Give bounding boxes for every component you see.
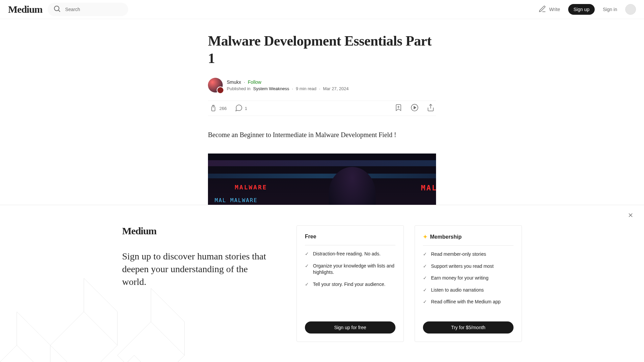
membership-plan-card: ✦ Membership ✓Read member-only stories ✓… bbox=[415, 225, 522, 342]
membership-features-list: ✓Read member-only stories ✓Support write… bbox=[423, 251, 514, 305]
write-link[interactable]: Write bbox=[538, 5, 560, 14]
signup-button[interactable]: Sign up bbox=[568, 4, 595, 15]
feature-text: Distraction-free reading. No ads. bbox=[313, 251, 381, 257]
signin-link[interactable]: Sign in bbox=[603, 7, 617, 12]
free-plan-card: Free ✓Distraction-free reading. No ads. … bbox=[297, 225, 404, 342]
separator-dot: · bbox=[319, 86, 320, 91]
separator-dot: · bbox=[292, 86, 293, 91]
check-icon: ✓ bbox=[305, 251, 309, 257]
bookmark-button[interactable] bbox=[394, 104, 402, 113]
feature-text: Support writers you read most bbox=[431, 263, 494, 270]
list-item: ✓Organize your knowledge with lists and … bbox=[305, 263, 395, 276]
free-card-title: Free bbox=[305, 234, 395, 245]
header-right: Write Sign up Sign in bbox=[538, 4, 636, 15]
list-item: ✓Read member-only stories bbox=[423, 251, 514, 258]
star-icon: ✦ bbox=[423, 234, 427, 240]
list-item: ✓Distraction-free reading. No ads. bbox=[305, 251, 395, 257]
signup-promo: Medium Sign up to discover human stories… bbox=[0, 205, 644, 362]
clap-icon bbox=[209, 104, 217, 113]
signup-free-button[interactable]: Sign up for free bbox=[305, 321, 395, 334]
share-button[interactable] bbox=[427, 104, 435, 113]
feature-text: Read offline with the Medium app bbox=[431, 299, 501, 305]
list-item: ✓Read offline with the Medium app bbox=[423, 299, 514, 305]
check-icon: ✓ bbox=[423, 287, 427, 294]
header-left: Medium bbox=[8, 3, 128, 16]
promo-medium-logo: Medium bbox=[122, 225, 270, 237]
free-features-list: ✓Distraction-free reading. No ads. ✓Orga… bbox=[305, 251, 395, 305]
publication-name[interactable]: System Weakness bbox=[253, 86, 289, 91]
feature-text: Tell your story. Find your audience. bbox=[313, 281, 385, 288]
read-time: 9 min read bbox=[296, 86, 316, 91]
check-icon: ✓ bbox=[305, 281, 309, 288]
list-item: ✓Listen to audio narrations bbox=[423, 287, 514, 294]
check-icon: ✓ bbox=[423, 275, 427, 282]
check-icon: ✓ bbox=[305, 263, 309, 276]
list-item: ✓Earn money for your writing bbox=[423, 275, 514, 282]
svg-point-0 bbox=[54, 6, 59, 11]
clap-button[interactable]: 266 bbox=[209, 104, 227, 113]
hero-decoration bbox=[208, 174, 436, 178]
article: Malware Development Essentials Part 1 Sm… bbox=[208, 19, 436, 221]
promo-left: Medium Sign up to discover human stories… bbox=[122, 225, 270, 288]
check-icon: ✓ bbox=[423, 263, 427, 270]
hero-text-malware-crop: MALW bbox=[421, 184, 436, 192]
feature-text: Listen to audio narrations bbox=[431, 287, 484, 294]
promo-tagline: Sign up to discover human stories that d… bbox=[122, 250, 270, 288]
publish-date: Mar 27, 2024 bbox=[323, 86, 349, 91]
user-avatar[interactable] bbox=[625, 4, 636, 15]
author-line-2: Published in System Weakness · 9 min rea… bbox=[227, 86, 349, 91]
search-icon bbox=[53, 5, 61, 14]
try-membership-button[interactable]: Try for $5/month bbox=[423, 321, 514, 334]
author-line-1: Smukx · Follow bbox=[227, 79, 349, 85]
action-bar-right bbox=[394, 104, 435, 113]
promo-close-button[interactable] bbox=[627, 212, 634, 220]
medium-logo[interactable]: Medium bbox=[8, 4, 42, 15]
feature-text: Organize your knowledge with lists and h… bbox=[313, 263, 395, 276]
separator-dot: · bbox=[244, 79, 245, 85]
follow-link[interactable]: Follow bbox=[248, 79, 261, 85]
hero-text-malware: MALWARE bbox=[235, 184, 267, 191]
write-icon bbox=[538, 5, 546, 14]
listen-button[interactable] bbox=[411, 104, 419, 113]
feature-text: Read member-only stories bbox=[431, 251, 486, 258]
promo-cards: Free ✓Distraction-free reading. No ads. … bbox=[297, 225, 522, 342]
hero-text-sub: MAL MALWARE bbox=[215, 197, 258, 203]
search-box[interactable] bbox=[48, 3, 128, 16]
svg-marker-2 bbox=[414, 106, 416, 109]
responses-count: 1 bbox=[245, 106, 247, 111]
list-item: ✓Tell your story. Find your audience. bbox=[305, 281, 395, 288]
promo-content: Medium Sign up to discover human stories… bbox=[122, 225, 522, 342]
publication-avatar[interactable] bbox=[217, 86, 224, 94]
feature-text: Earn money for your writing bbox=[431, 275, 488, 282]
site-header: Medium Write Sign up Sign in bbox=[0, 0, 644, 19]
author-name[interactable]: Smukx bbox=[227, 79, 241, 85]
author-meta: Smukx · Follow Published in System Weakn… bbox=[227, 79, 349, 91]
author-avatar-group[interactable] bbox=[208, 78, 223, 93]
comment-icon bbox=[235, 104, 243, 113]
membership-title-text: Membership bbox=[430, 234, 462, 240]
membership-card-title: ✦ Membership bbox=[423, 234, 514, 246]
check-icon: ✓ bbox=[423, 299, 427, 305]
article-intro: Become an Beginner to Intermediate in Ma… bbox=[208, 129, 436, 140]
action-bar-left: 266 1 bbox=[209, 104, 247, 113]
action-bar: 266 1 bbox=[208, 101, 436, 116]
check-icon: ✓ bbox=[423, 251, 427, 258]
hero-decoration bbox=[208, 160, 436, 166]
list-item: ✓Support writers you read most bbox=[423, 263, 514, 270]
published-in-prefix: Published in bbox=[227, 86, 251, 91]
responses-button[interactable]: 1 bbox=[235, 104, 247, 113]
author-row: Smukx · Follow Published in System Weakn… bbox=[208, 78, 436, 93]
search-input[interactable] bbox=[65, 7, 123, 12]
article-title: Malware Development Essentials Part 1 bbox=[208, 33, 436, 67]
clap-count: 266 bbox=[219, 106, 227, 111]
write-label: Write bbox=[549, 7, 560, 12]
